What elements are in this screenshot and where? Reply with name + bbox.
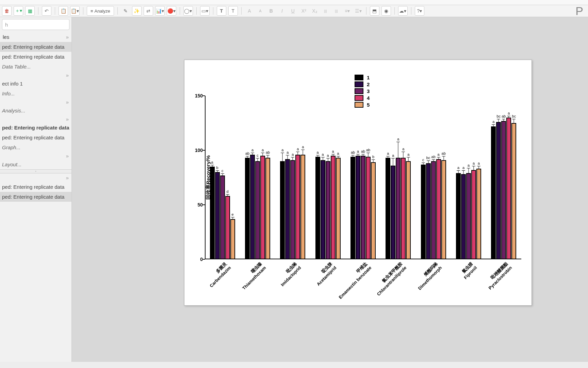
undo-icon[interactable]: ↶ — [42, 6, 51, 16]
significance-label: c — [222, 169, 224, 173]
bar: bc — [426, 163, 431, 259]
legend-label: 2 — [367, 81, 370, 87]
sheet-new-icon[interactable]: ▦ — [25, 6, 35, 16]
sidebar-item[interactable]: ped: Entering replicate data — [0, 52, 71, 62]
sidebar-item[interactable]: ped: Entering replicate data — [0, 133, 71, 142]
cloud-icon[interactable]: ☁▾ — [398, 6, 408, 16]
analyze-button[interactable]: ≡ Analyze — [87, 6, 114, 16]
sidebar-item[interactable]: ped: Entering replicate data — [0, 192, 71, 202]
significance-label: a — [297, 147, 299, 151]
analyze-icon: ≡ — [91, 9, 93, 14]
x-tick-label: 氟虫腈Fipronil — [459, 261, 478, 280]
significance-label: a — [473, 161, 475, 165]
bar: a — [356, 156, 360, 259]
significance-label: a — [402, 147, 404, 151]
text-icon[interactable]: T — [228, 6, 238, 16]
legend-item: 1 — [355, 75, 370, 80]
search-input[interactable]: h — [2, 19, 69, 30]
significance-label: bc — [512, 114, 516, 118]
bar: a — [396, 158, 401, 259]
bars-icon[interactable]: ⫼ — [321, 6, 330, 15]
sidebar-bottom-header: » — [0, 173, 71, 182]
clipboard-x-icon[interactable]: 📋 — [59, 6, 68, 16]
bar: b — [371, 162, 376, 259]
font-size-up-icon[interactable]: A — [245, 6, 254, 15]
add-icon[interactable]: ＋▾ — [14, 6, 23, 16]
swap-icon[interactable]: ⇄ — [144, 6, 153, 16]
align-icon[interactable]: ≡▾ — [343, 6, 352, 15]
bar: a — [295, 155, 300, 259]
bar-group: cbcabaab — [421, 159, 446, 259]
significance-label: a — [508, 111, 510, 115]
wand-icon[interactable]: ✨ — [132, 6, 142, 16]
splitter-handle[interactable]: • — [0, 169, 71, 173]
y-tick-mark — [203, 204, 205, 205]
right-letter: P — [575, 4, 586, 18]
sidebar-item[interactable]: ped: Entering replicate data — [0, 182, 71, 192]
y-axis-line — [205, 96, 206, 259]
bar: ab — [361, 156, 365, 259]
bar: c — [220, 175, 225, 259]
clipboard-icon[interactable]: 📋▾ — [70, 6, 80, 16]
bar: a — [260, 156, 265, 259]
bar: a — [250, 155, 255, 259]
significance-label: a — [438, 152, 440, 156]
bar: a — [285, 159, 290, 259]
bars2-icon[interactable]: ⫼ — [332, 6, 341, 15]
pencil-icon[interactable]: ✎ — [121, 6, 130, 15]
y-tick-mark — [203, 150, 205, 151]
superscript-icon[interactable]: X² — [299, 6, 308, 15]
text-bold-icon[interactable]: T — [217, 6, 226, 16]
bold-icon[interactable]: B — [267, 6, 276, 15]
sidebar-section-tables[interactable]: les » — [0, 32, 71, 42]
subscript-icon[interactable]: X₂ — [310, 6, 319, 15]
significance-label: a — [317, 150, 319, 154]
bar-group: aaaaa — [315, 156, 341, 259]
bar-group: abcde — [210, 167, 235, 259]
prism-icon[interactable]: ◉ — [381, 6, 391, 16]
significance-label: a — [332, 149, 334, 153]
bar-group: abcababc — [491, 118, 516, 259]
bar: a — [300, 155, 305, 259]
sidebar-item[interactable]: Data Table... — [0, 62, 71, 72]
sidebar-item[interactable]: Analysis... — [0, 106, 71, 116]
analyze-label: Analyze — [95, 9, 110, 14]
colorwheel-icon[interactable]: 🔴▾ — [167, 6, 176, 16]
significance-label: a — [387, 151, 389, 155]
sidebar-item[interactable]: Info... — [0, 89, 71, 98]
significance-label: a — [468, 163, 470, 167]
help-icon[interactable]: ?▾ — [415, 6, 424, 16]
list-icon[interactable]: ☰▾ — [354, 6, 363, 15]
bar: a — [336, 158, 341, 259]
underline-icon[interactable]: U — [289, 6, 297, 15]
chart-style-icon[interactable]: 📊▾ — [155, 6, 165, 16]
significance-label: ab — [366, 148, 370, 152]
bar: ab — [350, 157, 355, 259]
significance-label: e — [232, 212, 234, 216]
export-icon[interactable]: ⬒ — [370, 6, 379, 16]
font-size-down-icon[interactable]: A — [256, 6, 265, 15]
significance-label: bc — [497, 114, 501, 118]
sidebar-item[interactable]: ped: Entering replicate data — [0, 42, 71, 52]
x-tick-label: 烯酰吗啉Dimethomorph — [413, 261, 443, 291]
bar: a — [321, 160, 325, 259]
sidebar-item[interactable]: Layout... — [0, 159, 71, 169]
trash-icon[interactable]: 🗑 — [2, 6, 12, 16]
x-tick-label: 吡虫啉Imidacloprid — [276, 261, 302, 287]
bar: a — [471, 170, 476, 259]
italic-icon[interactable]: I — [278, 6, 287, 15]
y-tick-label: 100 — [191, 148, 203, 153]
legend-item: 3 — [355, 88, 370, 94]
bar: a — [391, 166, 395, 259]
shape-dropdown-icon[interactable]: ◯▾ — [183, 6, 193, 16]
bar: a — [326, 161, 330, 259]
bar: a — [456, 173, 461, 259]
y-tick-label: 150 — [191, 93, 203, 98]
sidebar-subheader: » — [0, 98, 71, 106]
y-tick-label: 50 — [191, 202, 203, 208]
bar: a — [461, 174, 466, 259]
sidebar-item[interactable]: ect info 1 — [0, 79, 71, 89]
sidebar-item[interactable]: Graph... — [0, 142, 71, 152]
sidebar-item[interactable]: ped: Entering replicate data — [0, 123, 71, 133]
rect-icon[interactable]: ▭▾ — [200, 6, 210, 16]
